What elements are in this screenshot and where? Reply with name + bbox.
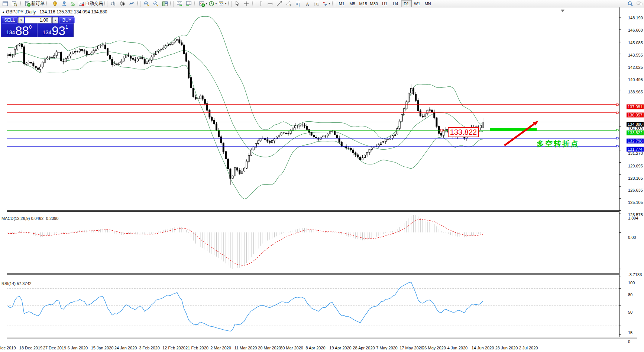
sell-price[interactable]: 134880 <box>1 23 37 38</box>
volume-input[interactable] <box>25 17 52 23</box>
signals-icon[interactable] <box>69 0 78 7</box>
timeframe-button-w1[interactable]: W1 <box>412 0 423 7</box>
candle <box>283 133 284 133</box>
candle <box>44 59 46 63</box>
chart-symbol-period: GBPJPY-,Daily <box>6 9 36 15</box>
price-tick-label: 126.635 <box>628 188 643 192</box>
candle <box>225 151 227 159</box>
candle <box>72 53 74 54</box>
date-tick-label: 12 Feb 2020 <box>162 346 185 350</box>
candle <box>84 51 85 51</box>
autotrade-button[interactable]: 自动交易 <box>78 0 103 7</box>
candle <box>336 135 338 138</box>
toolbar-group-handle <box>194 1 195 6</box>
crosshair-icon[interactable] <box>242 0 251 7</box>
candle <box>353 150 354 153</box>
price-annotation-box[interactable]: 133.822 <box>448 127 479 137</box>
toolbar-separator <box>23 1 23 7</box>
price-tick-label: 142.025 <box>628 65 643 70</box>
sell-button[interactable]: SELL <box>2 17 17 23</box>
candle <box>274 139 275 141</box>
horizontal-line-icon[interactable] <box>266 0 275 7</box>
candle <box>227 159 229 169</box>
arrows-button-dropdown-caret[interactable]: ▼ <box>328 2 331 5</box>
candle <box>211 117 213 120</box>
trendline-icon[interactable] <box>275 0 284 7</box>
community-icon[interactable] <box>59 0 69 7</box>
fibonacci-icon[interactable]: F <box>294 0 303 7</box>
periods-button-dropdown-caret[interactable]: ▼ <box>215 2 217 5</box>
chart-window-icon[interactable] <box>0 0 10 7</box>
volume-decrease-button[interactable]: ▼ <box>18 17 24 23</box>
indicators-button[interactable]: ▼ <box>198 0 208 7</box>
candlestick-chart-icon[interactable] <box>118 0 127 7</box>
search-icon[interactable] <box>625 0 635 7</box>
profile-charts-icon[interactable] <box>10 0 19 7</box>
bullish-arrow[interactable] <box>504 124 534 145</box>
green-highlight-bar[interactable] <box>490 128 537 131</box>
line-chart-icon[interactable] <box>127 0 136 7</box>
indicators-button-dropdown-caret[interactable]: ▼ <box>205 2 208 5</box>
equidistant-channel-icon[interactable]: E <box>284 0 294 7</box>
candle <box>427 110 428 113</box>
candle <box>213 120 215 124</box>
candle <box>200 96 201 99</box>
new-order-button[interactable]: 新订单 <box>24 0 45 7</box>
rsi-axis-label: 100 <box>628 281 635 285</box>
candle <box>77 51 78 52</box>
candle <box>104 45 106 48</box>
periods-button[interactable]: ▼ <box>208 0 218 7</box>
zoom-out-icon[interactable] <box>151 0 160 7</box>
candle <box>139 57 141 59</box>
timeframe-button-mn[interactable]: MN <box>423 0 433 7</box>
chart-plot[interactable] <box>0 7 644 352</box>
templates-button-dropdown-caret[interactable]: ▼ <box>224 2 227 5</box>
vertical-line-icon[interactable] <box>256 0 266 7</box>
chat-icon[interactable] <box>635 0 644 7</box>
candle <box>119 63 120 64</box>
candle <box>299 125 301 126</box>
rsi-axis-label: 15 <box>628 330 632 335</box>
arrows-button[interactable]: ▼ <box>321 0 331 7</box>
timeframe-button-h1[interactable]: H1 <box>379 0 390 7</box>
timeframe-button-m1[interactable]: M1 <box>336 0 347 7</box>
date-tick-label: 4 Jun 2020 <box>447 346 467 350</box>
candle <box>311 132 312 135</box>
timeframe-button-h4[interactable]: H4 <box>390 0 401 7</box>
timeframe-button-m5[interactable]: M5 <box>347 0 358 7</box>
turning-point-annotation[interactable]: 多空转折点 <box>537 139 579 149</box>
candle <box>21 44 23 47</box>
candle <box>401 115 402 121</box>
timeframe-button-d1[interactable]: D1 <box>401 0 412 7</box>
candle <box>188 61 190 77</box>
price-tick-label: 128.165 <box>628 176 643 180</box>
bar-chart-icon[interactable] <box>109 0 118 7</box>
candle <box>239 170 240 173</box>
candle <box>331 131 333 132</box>
buy-button[interactable]: BUY <box>59 17 75 23</box>
volume-increase-button[interactable]: ▲ <box>52 17 58 23</box>
tile-windows-icon[interactable] <box>160 0 169 7</box>
cursor-icon[interactable] <box>233 0 242 7</box>
price-tag-label: 134.880 <box>627 122 644 127</box>
text-icon[interactable]: A <box>303 0 312 7</box>
metaeditor-icon[interactable] <box>50 0 59 7</box>
text-label-icon[interactable]: T <box>312 0 321 7</box>
candle <box>35 66 36 68</box>
candle <box>408 93 410 102</box>
price-tick-label: 138.965 <box>628 90 643 94</box>
auto-scroll-icon[interactable] <box>175 0 184 7</box>
timeframe-button-m30[interactable]: M30 <box>369 0 379 7</box>
timeframe-button-m15[interactable]: M15 <box>358 0 369 7</box>
buy-price[interactable]: 134931 <box>38 23 73 38</box>
toolbar-group-handle <box>46 1 47 6</box>
chart-collapse-icon[interactable]: ▲ <box>2 10 5 14</box>
bollinger-upper-band <box>8 16 483 139</box>
svg-text:F: F <box>299 4 300 7</box>
chart-ohlc-values: 134.116 135.392 134.094 134.880 <box>39 9 107 15</box>
candle <box>100 45 101 46</box>
candle <box>58 52 60 52</box>
chart-shift-icon[interactable] <box>184 0 193 7</box>
templates-button[interactable]: ▼ <box>218 0 227 7</box>
zoom-in-icon[interactable] <box>142 0 151 7</box>
